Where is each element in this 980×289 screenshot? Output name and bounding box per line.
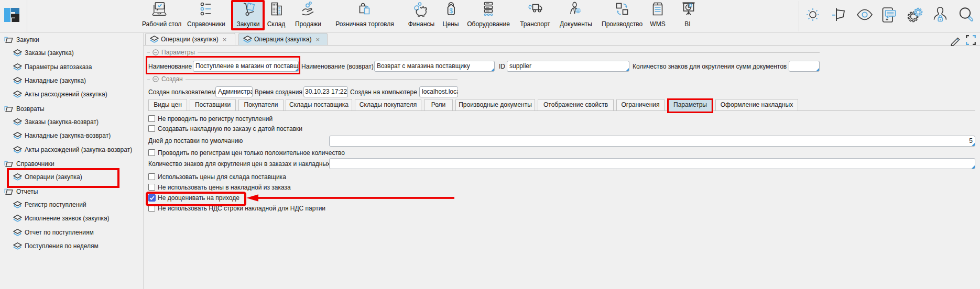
svg-text:$: $ [449, 7, 453, 15]
